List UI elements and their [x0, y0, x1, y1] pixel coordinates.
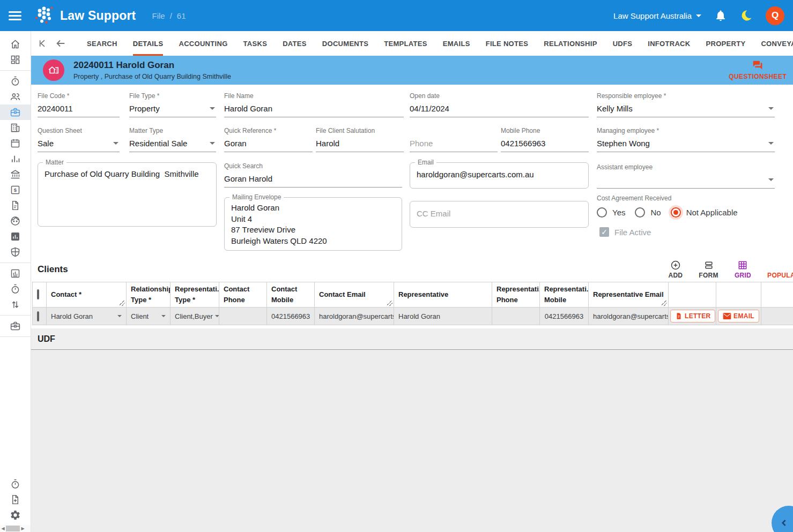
relationship-type-cell[interactable]: Client — [127, 308, 171, 325]
sidebar-item-home[interactable] — [0, 36, 31, 52]
contact-phone-cell[interactable] — [219, 308, 267, 325]
sidebar-item-archive-files[interactable] — [0, 318, 31, 334]
contact-email-cell[interactable]: haroldgoran@supercarts. — [315, 308, 394, 325]
email-button[interactable]: EMAIL — [718, 310, 759, 323]
representative-phone-cell[interactable] — [492, 308, 540, 325]
sidebar-item-stats[interactable] — [0, 266, 31, 281]
col-representative-mobile[interactable]: Representati... Mobile — [540, 282, 589, 308]
letter-button[interactable]: LETTER — [670, 310, 715, 323]
tab-file-notes[interactable]: FILE NOTES — [486, 31, 529, 56]
sidebar-item-billing[interactable]: $ — [0, 182, 31, 198]
form-view-button[interactable]: FORM — [699, 260, 718, 279]
matter-type-select[interactable]: Residential Sale — [129, 134, 216, 152]
mobile-phone-input[interactable] — [501, 134, 589, 152]
quick-search-input[interactable] — [224, 170, 402, 188]
scroll-right-arrow-icon[interactable]: ▶ — [20, 526, 26, 531]
user-avatar[interactable]: Q — [766, 6, 784, 25]
phone-input[interactable] — [410, 134, 498, 152]
col-representative-phone[interactable]: Representati... Phone — [492, 282, 540, 308]
populate-fields-join-clients-button[interactable]: POPULATE FIELDS/JOIN CLIENTS — [767, 260, 793, 279]
col-contact-phone[interactable]: Contact Phone — [219, 282, 267, 308]
sidebar-item-calendar[interactable] — [0, 136, 31, 151]
sidebar-item-safe-custody[interactable] — [0, 244, 31, 260]
managing-employee-select[interactable]: Stephen Wong — [597, 134, 775, 152]
file-type-select[interactable]: Property — [129, 100, 216, 117]
representative-email-cell[interactable]: haroldgoran@supercarts. — [589, 308, 669, 325]
phone-field — [410, 127, 498, 152]
cc-email-input[interactable] — [410, 201, 588, 227]
tab-emails[interactable]: EMAILS — [443, 31, 470, 56]
matter-textarea[interactable]: Purchase of Old Quarry Building Smithvil… — [38, 163, 216, 226]
tab-property[interactable]: PROPERTY — [706, 31, 745, 56]
contact-mobile-cell[interactable]: 0421566963 — [267, 308, 315, 325]
tab-templates[interactable]: TEMPLATES — [384, 31, 427, 56]
scroll-left-arrow-icon[interactable]: ◀ — [0, 526, 6, 531]
select-all-checkbox[interactable] — [37, 289, 39, 299]
tab-relationship[interactable]: RELATIONSHIP — [544, 31, 597, 56]
quick-reference-input[interactable] — [224, 134, 313, 152]
sidebar-item-timer[interactable] — [0, 73, 31, 89]
sidebar-item-documents[interactable] — [0, 198, 31, 213]
col-contact[interactable]: Contact * — [47, 282, 127, 308]
assistant-employee-select[interactable] — [597, 171, 775, 189]
dark-mode-moon-icon[interactable] — [740, 9, 753, 22]
file-details-content: 20240011 Harold Goran Property , Purchas… — [31, 56, 793, 532]
tab-details[interactable]: DETAILS — [133, 31, 164, 56]
sidebar-item-analytics[interactable] — [0, 229, 31, 244]
sidebar-item-files[interactable] — [0, 104, 31, 120]
tab-accounting[interactable]: ACCOUNTING — [179, 31, 227, 56]
open-date-input[interactable] — [410, 100, 589, 117]
contact-cell[interactable]: Harold Goran — [47, 308, 127, 325]
file-code-input[interactable] — [38, 100, 120, 117]
sidebar-item-transfers[interactable] — [0, 297, 31, 312]
first-record-button[interactable] — [36, 38, 47, 49]
grid-view-button[interactable]: GRID — [735, 260, 751, 279]
tab-search[interactable]: SEARCH — [87, 31, 117, 56]
col-representative[interactable]: Representative — [394, 282, 492, 308]
tab-dates[interactable]: DATES — [283, 31, 307, 56]
sidebar-item-settings[interactable] — [0, 507, 31, 523]
representative-cell[interactable]: Harold Goran — [394, 308, 492, 325]
notifications-bell-icon[interactable] — [714, 9, 727, 22]
row-checkbox[interactable] — [37, 311, 39, 321]
add-client-button[interactable]: ADD — [668, 260, 683, 279]
representative-mobile-cell[interactable]: 0421566963 — [540, 308, 589, 325]
col-contact-mobile[interactable]: Contact Mobile — [267, 282, 315, 308]
sidebar-item-quick-timer[interactable] — [0, 476, 31, 492]
tab-infotrack[interactable]: INFOTRACK — [648, 31, 690, 56]
scrollbar-thumb[interactable] — [6, 526, 20, 531]
file-client-salutation-input[interactable] — [316, 134, 404, 152]
back-arrow-button[interactable] — [55, 38, 66, 49]
sidebar-item-trust-bank[interactable] — [0, 167, 31, 182]
tab-udfs[interactable]: UDFS — [613, 31, 633, 56]
tenant-selector[interactable]: Law Support Australia — [613, 11, 701, 20]
cost-agreement-radio-not-applicable[interactable] — [671, 207, 681, 218]
sidebar-item-contacts[interactable] — [0, 89, 31, 104]
breadcrumb-section[interactable]: File — [152, 11, 165, 20]
questionsheet-button[interactable]: QUESTIONSHEET — [729, 60, 787, 80]
hamburger-menu-icon[interactable] — [9, 9, 23, 23]
responsible-employee-select[interactable]: Kelly Mills — [597, 100, 775, 117]
representative-type-cell[interactable]: Client,Buyer — [171, 308, 219, 325]
question-sheet-select[interactable]: Sale — [38, 134, 120, 152]
tab-documents[interactable]: DOCUMENTS — [322, 31, 368, 56]
sidebar-item-companies[interactable] — [0, 120, 31, 136]
tab-conveyance[interactable]: CONVEYANCE — [761, 31, 793, 56]
sidebar-item-persons[interactable] — [0, 213, 31, 229]
sidebar-item-new-document[interactable] — [0, 492, 31, 507]
col-representative-email[interactable]: Representative Email — [589, 282, 669, 308]
email-input[interactable]: haroldgoran@supercarts.com.au — [410, 163, 588, 188]
file-active-checkbox[interactable]: ✓ — [599, 227, 609, 237]
sidebar-item-dashboard[interactable] — [0, 52, 31, 68]
mailing-envelope-textarea[interactable]: Harold Goran Unit 4 87 Treeview Drive Bu… — [225, 198, 402, 250]
tab-tasks[interactable]: TASKS — [243, 31, 268, 56]
col-contact-email[interactable]: Contact Email — [315, 282, 394, 308]
horizontal-scrollbar[interactable]: ◀ ▶ — [0, 525, 31, 532]
cost-agreement-radio-yes[interactable] — [597, 207, 607, 218]
sidebar-item-time-records[interactable] — [0, 281, 31, 297]
col-relationship-type[interactable]: Relationship Type * — [127, 282, 171, 308]
file-name-input[interactable] — [224, 100, 404, 117]
col-representative-type[interactable]: Representati... Type * — [171, 282, 219, 308]
sidebar-item-reports[interactable] — [0, 151, 31, 167]
cost-agreement-radio-no[interactable] — [635, 207, 645, 218]
